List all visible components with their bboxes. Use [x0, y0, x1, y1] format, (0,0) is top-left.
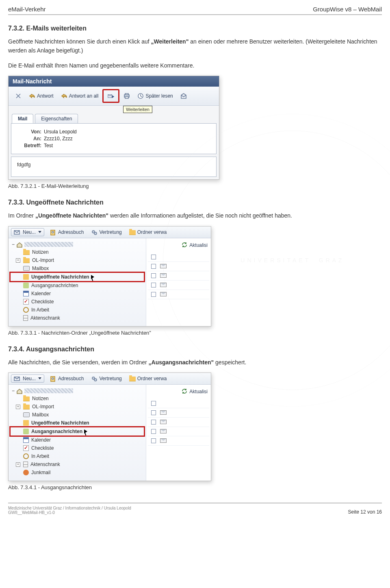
reply-button[interactable]: Antwort: [26, 91, 57, 100]
mail-toolbar: Antwort Antwort an all Später lesen: [9, 87, 219, 106]
folder-junkmail[interactable]: Junkmail: [10, 468, 144, 477]
addressbook-button[interactable]: Adressbuch: [47, 229, 87, 236]
folder-checklist[interactable]: Checkliste: [10, 298, 144, 306]
folder-unread[interactable]: Ungeöffnete Nachrichten: [10, 419, 144, 427]
print-button[interactable]: [120, 91, 133, 100]
para-733: Im Ordner „Ungeöffnete Nachrichten" werd…: [8, 211, 382, 220]
read-later-button[interactable]: Später lesen: [134, 91, 176, 100]
checkbox[interactable]: [151, 273, 156, 278]
refresh-button[interactable]: Aktualisi: [189, 389, 208, 394]
root-account-label: [24, 242, 73, 247]
svg-point-12: [52, 378, 54, 379]
svg-point-7: [52, 231, 54, 233]
svg-point-14: [94, 379, 97, 381]
folder-notizen[interactable]: Notizen: [10, 248, 144, 256]
tab-eigenschaften[interactable]: Eigenschaften: [35, 114, 78, 123]
reply-all-button[interactable]: Antwort an all: [58, 91, 102, 100]
checkbox[interactable]: [151, 292, 156, 297]
folder-icon: [23, 250, 30, 255]
manage-folders-button[interactable]: Ordner verwa: [126, 375, 170, 382]
svg-rect-2: [125, 94, 128, 95]
page-footer: Medizinische Universität Graz / Informat…: [8, 503, 382, 523]
forward-tooltip: Weiterleiten: [123, 106, 152, 113]
tab-mail[interactable]: Mail: [12, 114, 33, 123]
checklist-icon: [23, 445, 29, 451]
folder-cabinet[interactable]: +Aktenschrank: [10, 460, 144, 468]
message-list: Aktualisi: [146, 385, 211, 481]
tree-root[interactable]: −: [10, 241, 144, 248]
expand-icon[interactable]: +: [16, 462, 20, 467]
close-icon: [15, 93, 22, 99]
close-button[interactable]: [12, 91, 25, 100]
folder-notizen[interactable]: Notizen: [10, 394, 144, 403]
cabinet-icon: [23, 462, 28, 467]
folder-unread[interactable]: Ungeöffnete Nachrichten: [10, 272, 144, 281]
checkbox[interactable]: [151, 438, 156, 443]
folder-calendar[interactable]: Kalender: [10, 436, 144, 444]
list-item[interactable]: [148, 253, 209, 262]
label-an: An:: [17, 136, 44, 142]
heading-7-3-4: 7.3.4. Ausgangsnachrichten: [8, 346, 382, 353]
new-button[interactable]: Neu...: [11, 228, 44, 236]
folder-ol-import[interactable]: +OL-Import: [10, 403, 144, 411]
collapse-icon[interactable]: −: [12, 388, 15, 394]
folder-sent[interactable]: Ausgangsnachrichten: [10, 427, 144, 436]
folder-mailbox[interactable]: Mailbox: [10, 264, 144, 272]
expand-icon[interactable]: +: [16, 258, 20, 263]
folder-sent[interactable]: Ausgangsnachrichten: [10, 281, 144, 290]
value-an: Zzzz10, Zzzz: [44, 136, 73, 142]
message-list: Aktualisi: [146, 238, 211, 326]
mail-header: Von:Ursula Leopold An:Zzzz10, Zzzz Betre…: [11, 123, 217, 154]
folder-calendar[interactable]: Kalender: [10, 290, 144, 298]
heading-7-3-2: 7.3.2. E-Mails weiterleiten: [8, 25, 382, 32]
folder-in-progress[interactable]: In Arbeit: [10, 306, 144, 314]
list-item[interactable]: [148, 290, 209, 299]
manage-folders-button[interactable]: Ordner verwa: [126, 229, 170, 236]
proxy-icon: [91, 229, 98, 235]
proxy-button[interactable]: Vertretung: [88, 229, 125, 236]
running-header: eMail-Verkehr GroupWise v8 – WebMail: [8, 0, 382, 15]
folder-tree: − Notizen +OL-Import Mailbox Ungeöffnete…: [9, 385, 146, 481]
list-item[interactable]: [148, 436, 209, 446]
forward-button[interactable]: [102, 89, 119, 103]
list-item[interactable]: [148, 281, 209, 290]
folder-in-progress[interactable]: In Arbeit: [10, 452, 144, 460]
value-betreff: Test: [44, 143, 53, 148]
mail-icon: [160, 264, 167, 268]
list-item[interactable]: [148, 399, 209, 408]
tree-root[interactable]: −: [10, 387, 144, 394]
calendar-icon: [23, 291, 29, 296]
open-mail-button[interactable]: [177, 91, 190, 100]
collapse-icon[interactable]: −: [12, 242, 15, 247]
folder-mailbox[interactable]: Mailbox: [10, 411, 144, 419]
list-item[interactable]: [148, 427, 209, 436]
folder-cabinet[interactable]: Aktenschrank: [10, 314, 144, 322]
junkmail-icon: [23, 470, 29, 475]
addressbook-icon: [50, 376, 56, 381]
checkbox[interactable]: [151, 255, 156, 259]
folder-ol-import[interactable]: +OL-Import: [10, 256, 144, 264]
checkbox[interactable]: [151, 264, 156, 269]
in-progress-icon: [23, 307, 29, 313]
checkbox[interactable]: [151, 420, 156, 425]
checkbox[interactable]: [151, 429, 156, 434]
folder-icon: [23, 405, 30, 409]
new-button[interactable]: Neu...: [11, 375, 44, 383]
proxy-button[interactable]: Vertretung: [88, 375, 125, 382]
list-item[interactable]: [148, 418, 209, 427]
list-item[interactable]: [148, 262, 209, 271]
checkbox[interactable]: [151, 401, 156, 406]
list-item[interactable]: [148, 271, 209, 281]
para-732-2: Die E-Mail enthält Ihren Namen und gegeb…: [8, 61, 382, 70]
dropdown-caret-icon: [38, 377, 41, 379]
addressbook-button[interactable]: Adressbuch: [47, 375, 87, 382]
list-item[interactable]: [148, 408, 209, 418]
refresh-button[interactable]: Aktualisi: [189, 242, 208, 248]
folder-checklist[interactable]: Checkliste: [10, 444, 144, 452]
checkbox[interactable]: [151, 283, 156, 287]
mail-icon: [160, 438, 167, 443]
sent-folder-icon: [23, 283, 29, 288]
expand-icon[interactable]: +: [16, 405, 20, 409]
checkbox[interactable]: [151, 410, 156, 415]
label-betreff: Betreff:: [17, 143, 44, 148]
